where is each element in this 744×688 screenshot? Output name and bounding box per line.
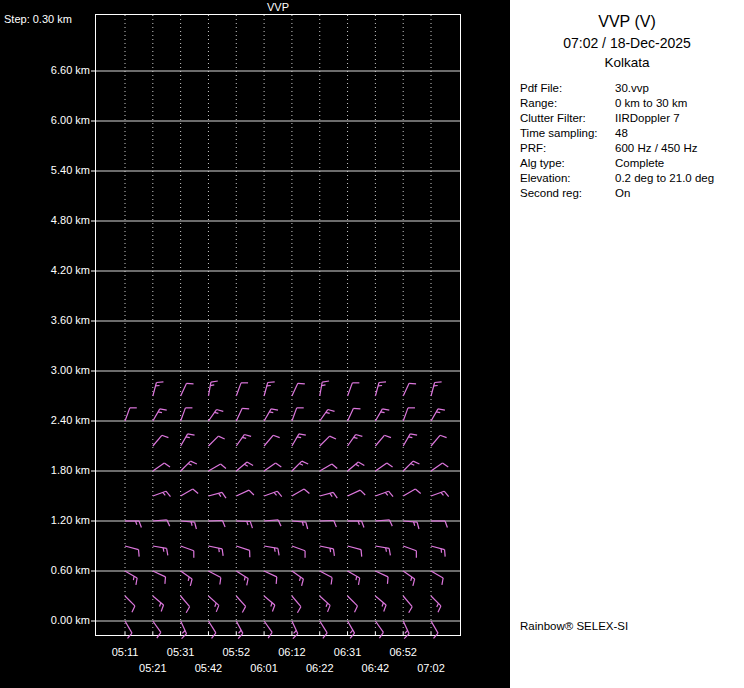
x-axis-tick-label: 06:01 [238, 662, 290, 674]
info-label: Clutter Filter: [520, 111, 615, 126]
y-axis-tick-label: 4.20 km [0, 264, 90, 276]
vvp-radar-window: { "colors": { "plot_bg": "#000000", "pan… [0, 0, 744, 688]
x-axis-tick-label: 06:12 [266, 646, 318, 658]
step-label: Step: 0.30 km [4, 13, 72, 25]
info-label: Second reg: [520, 186, 615, 201]
info-label: Range: [520, 96, 615, 111]
y-axis-tick-label: 6.60 km [0, 64, 90, 76]
plot-border [96, 15, 461, 636]
info-row-range: Range:0 km to 30 km [520, 96, 744, 111]
x-axis-tick-label: 05:52 [210, 646, 262, 658]
x-axis-tick-label: 05:21 [127, 662, 179, 674]
info-row-elevation: Elevation:0.2 deg to 21.0 deg [520, 171, 744, 186]
y-axis-tick-label: 1.80 km [0, 464, 90, 476]
y-axis-tick-label: 5.40 km [0, 164, 90, 176]
info-list: Pdf File:30.vvp Range:0 km to 30 km Clut… [510, 81, 744, 201]
info-panel: VVP (V) 07:02 / 18-Dec-2025 Kolkata Pdf … [510, 0, 744, 688]
info-value: 30.vvp [615, 82, 649, 94]
info-label: PRF: [520, 141, 615, 156]
info-row-prf: PRF:600 Hz / 450 Hz [520, 141, 744, 156]
x-axis-tick-label: 05:31 [155, 646, 207, 658]
info-label: Pdf File: [520, 81, 615, 96]
y-axis-tick-label: 1.20 km [0, 514, 90, 526]
brand-footer: Rainbow® SELEX-SI [520, 620, 628, 632]
panel-datetime: 07:02 / 18-Dec-2025 [510, 31, 744, 51]
x-axis-tick-label: 07:02 [405, 662, 457, 674]
y-axis-tick-label: 2.40 km [0, 414, 90, 426]
wind-barb-plot [95, 14, 461, 636]
info-row-pdf-file: Pdf File:30.vvp [520, 81, 744, 96]
panel-title: VVP (V) [510, 0, 744, 31]
info-value: 600 Hz / 450 Hz [615, 142, 697, 154]
y-axis-tick-label: 6.00 km [0, 114, 90, 126]
info-value: IIRDoppler 7 [615, 112, 680, 124]
y-axis-tick-label: 0.60 km [0, 564, 90, 576]
x-axis-tick-label: 06:52 [377, 646, 429, 658]
info-row-second-reg: Second reg:On [520, 186, 744, 201]
info-value: 0.2 deg to 21.0 deg [615, 172, 714, 184]
info-value: 0 km to 30 km [615, 97, 687, 109]
info-value: Complete [615, 157, 664, 169]
x-axis-tick-label: 06:31 [322, 646, 374, 658]
info-row-time-sampling: Time sampling:48 [520, 126, 744, 141]
info-row-clutter-filter: Clutter Filter:IIRDoppler 7 [520, 111, 744, 126]
info-label: Time sampling: [520, 126, 615, 141]
panel-site: Kolkata [510, 51, 744, 70]
x-axis-tick-label: 05:11 [99, 646, 151, 658]
x-axis-tick-label: 06:22 [294, 662, 346, 674]
x-axis-tick-label: 05:42 [182, 662, 234, 674]
info-label: Alg type: [520, 156, 615, 171]
info-value: 48 [615, 127, 628, 139]
y-axis-tick-label: 3.00 km [0, 364, 90, 376]
info-row-alg-type: Alg type:Complete [520, 156, 744, 171]
plot-title: VVP [95, 1, 461, 13]
y-axis-tick-label: 0.00 km [0, 614, 90, 626]
info-value: On [615, 187, 630, 199]
x-axis-tick-label: 06:42 [349, 662, 401, 674]
info-label: Elevation: [520, 171, 615, 186]
y-axis-tick-label: 3.60 km [0, 314, 90, 326]
y-axis-tick-label: 4.80 km [0, 214, 90, 226]
